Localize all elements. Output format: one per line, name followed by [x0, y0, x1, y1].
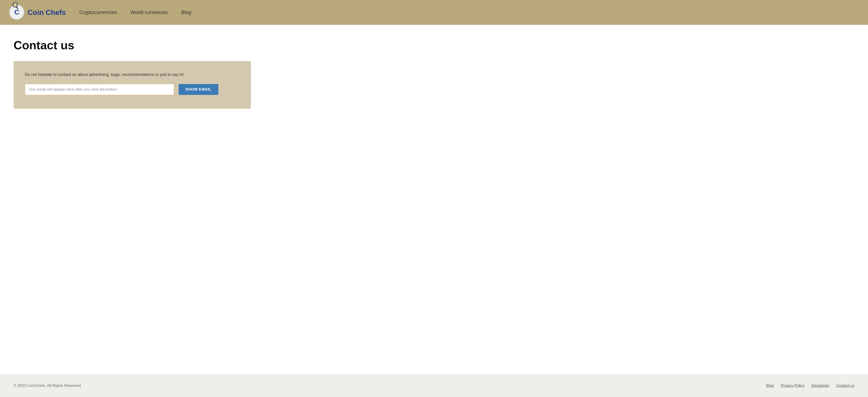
contact-description: Do not hesitate to contact us about adve… — [25, 72, 240, 77]
footer-link-privacy-policy[interactable]: Privacy Policy — [781, 384, 805, 388]
chef-hat-icon: 🍳 — [11, 2, 20, 9]
footer-link-contact-us[interactable]: Contact us — [836, 384, 855, 388]
nav-blog[interactable]: Blog — [181, 9, 191, 15]
email-display-input[interactable] — [25, 84, 174, 95]
show-email-button[interactable]: SHOW EMAIL — [179, 84, 218, 95]
page-title: Contact us — [13, 38, 258, 52]
contact-box: Do not hesitate to contact us about adve… — [13, 61, 251, 109]
logo-link[interactable]: 🍳 C Coin Chefs — [9, 4, 66, 20]
email-row: SHOW EMAIL — [25, 84, 240, 95]
nav-cryptocurrencies[interactable]: Cryptocurrencies — [79, 9, 117, 15]
footer-copyright: © 2023 CoinChefs. All Rights Reserved. — [13, 384, 82, 388]
nav-world-currencies[interactable]: World currencies — [130, 9, 168, 15]
logo-icon: 🍳 C — [9, 4, 25, 20]
logo-coin: Coin — [28, 8, 43, 16]
main-content: Contact us Do not hesitate to contact us… — [0, 25, 271, 374]
main-nav: Cryptocurrencies World currencies Blog — [79, 9, 191, 15]
site-footer: © 2023 CoinChefs. All Rights Reserved. B… — [0, 374, 868, 397]
logo-chefs: Chefs — [46, 8, 66, 16]
site-header: 🍳 C Coin Chefs Cryptocurrencies World cu… — [0, 0, 868, 25]
footer-link-disclaimer[interactable]: Disclaimer — [811, 384, 829, 388]
logo-text: Coin Chefs — [28, 8, 66, 17]
logo-c-symbol: C — [14, 8, 19, 16]
footer-link-blog[interactable]: Blog — [766, 384, 774, 388]
footer-links: Blog Privacy Policy Disclaimer Contact u… — [766, 384, 855, 388]
